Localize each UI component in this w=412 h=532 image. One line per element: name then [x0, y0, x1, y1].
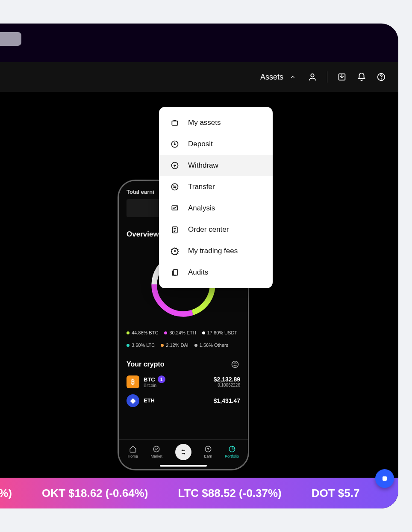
bell-icon[interactable] [356, 72, 367, 82]
ticker-item: DOT $5.7 [312, 487, 360, 500]
svg-point-3 [381, 79, 382, 79]
analysis-icon [170, 204, 180, 213]
nav-portfolio[interactable]: Portfolio [225, 445, 239, 458]
coin-badge: 1 [158, 375, 165, 383]
legend-item: 17.60% USDT [202, 328, 237, 337]
svg-point-0 [311, 74, 314, 77]
ticker-item: OKT $18.62 (-0.64%) [42, 487, 148, 500]
help-icon[interactable] [376, 72, 386, 82]
swap-icon [180, 448, 187, 456]
svg-point-11 [232, 361, 238, 367]
legend-item: 44.88% BTC [127, 328, 158, 337]
dropdown-item-deposit[interactable]: Deposit [159, 133, 273, 155]
dropdown-item-my-trading-fees[interactable]: My trading fees [159, 240, 273, 262]
ticker-item: .64%) [0, 487, 12, 500]
svg-rect-21 [174, 269, 178, 275]
dropdown-item-label: My assets [188, 118, 221, 127]
withdraw-icon [170, 161, 180, 170]
top-navbar: Assets [0, 62, 398, 92]
coin-quantity: 0.10062226 [214, 383, 240, 387]
portfolio-icon [228, 445, 236, 453]
coin-symbol: ETH [144, 397, 155, 404]
topbar-divider [327, 71, 327, 83]
home-icon [129, 445, 137, 453]
legend-item: 3.60% LTC [127, 341, 155, 350]
dropdown-item-label: Transfer [188, 183, 215, 191]
user-icon[interactable] [307, 72, 318, 82]
nav-home[interactable]: Home [128, 445, 138, 458]
assets-menu-button[interactable]: Assets [260, 72, 298, 82]
coin-value: $2,132.89 [214, 376, 240, 383]
svg-point-18 [172, 184, 178, 190]
dropdown-item-label: Withdraw [188, 161, 218, 170]
legend-item: 1.56% Others [194, 341, 228, 350]
coin-symbol: BTC [144, 376, 155, 383]
chevron-up-icon [288, 72, 298, 82]
dropdown-item-label: Analysis [188, 204, 215, 213]
dropdown-item-label: Deposit [188, 140, 213, 148]
chart-legend: 44.88% BTC30.24% ETH17.60% USDT3.60% LTC… [127, 328, 240, 350]
dropdown-item-order-center[interactable]: Order center [159, 219, 273, 240]
nav-trade[interactable] [175, 444, 191, 460]
deposit-icon [170, 139, 180, 149]
dropdown-item-audits[interactable]: Audits [159, 262, 273, 283]
my-trading-fees-icon [170, 246, 180, 256]
dropdown-item-my-assets[interactable]: My assets [159, 112, 273, 133]
dropdown-item-label: Order center [188, 225, 229, 234]
audits-icon [170, 268, 180, 277]
home-indicator [160, 465, 207, 467]
sort-icon[interactable] [230, 359, 240, 369]
order-center-icon [170, 225, 180, 234]
eth-icon: ◆ [127, 394, 139, 407]
chat-fab-icon[interactable] [375, 469, 394, 488]
crypto-row-btc[interactable]: ₿BTC1Bitcoin$2,132.890.10062226 [127, 375, 240, 388]
dropdown-item-transfer[interactable]: Transfer [159, 176, 273, 198]
legend-item: 2.12% DAI [161, 341, 188, 350]
your-crypto-heading: Your crypto [127, 361, 165, 368]
phone-bottom-nav: Home Market Earn Portfol [119, 439, 248, 469]
ticker-item: LTC $88.52 (-0.37%) [178, 487, 281, 500]
crypto-row-eth[interactable]: ◆ETH$1,431.47 [127, 394, 240, 407]
dropdown-item-analysis[interactable]: Analysis [159, 198, 273, 219]
download-icon[interactable] [337, 72, 347, 82]
app-frame: Assets Total earni [0, 0, 412, 532]
nav-earn[interactable]: Earn [204, 445, 212, 458]
market-icon [153, 445, 160, 453]
transfer-icon [170, 182, 180, 192]
assets-dropdown: My assetsDepositWithdrawTransferAnalysis… [159, 107, 273, 288]
my-assets-icon [170, 118, 180, 127]
svg-rect-15 [172, 121, 177, 125]
earn-icon [204, 445, 212, 453]
dropdown-item-label: Audits [188, 268, 208, 277]
coin-name: Bitcoin [144, 383, 165, 388]
legend-item: 30.24% ETH [164, 328, 196, 337]
svg-rect-22 [383, 476, 387, 481]
coin-value: $1,431.47 [214, 397, 240, 404]
dropdown-item-withdraw[interactable]: Withdraw [159, 155, 273, 176]
price-ticker: .64%) OKT $18.62 (-0.64%) LTC $88.52 (-0… [0, 478, 398, 508]
browser-window: Assets Total earni [0, 24, 398, 508]
dropdown-item-label: My trading fees [188, 247, 238, 255]
nav-market[interactable]: Market [151, 445, 163, 458]
browser-tab-stub[interactable] [0, 32, 21, 46]
assets-label: Assets [260, 73, 283, 82]
btc-icon: ₿ [127, 375, 139, 388]
